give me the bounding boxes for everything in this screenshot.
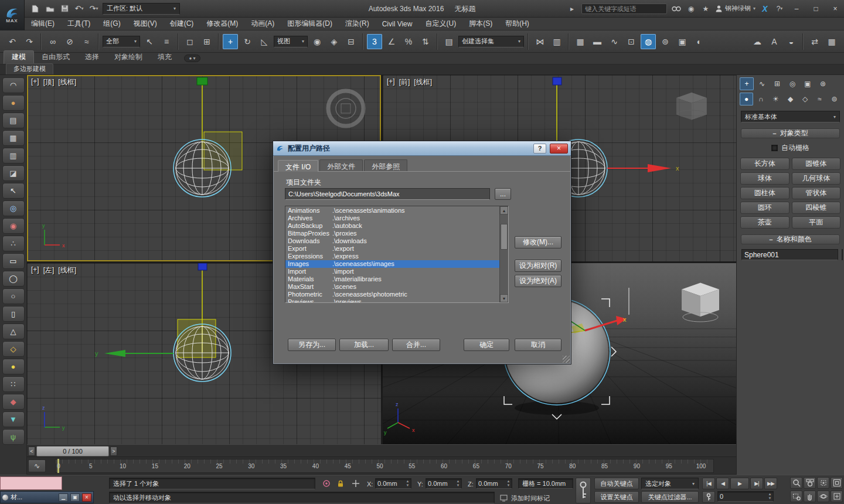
sheet-tool-icon[interactable]: ▤ [2,113,25,128]
path-entry-row[interactable]: Images.\sceneassets\images [285,260,499,268]
redo-icon[interactable]: ↷ [22,34,37,49]
maximize-window-button[interactable]: □ [808,3,823,15]
scroll-thumb[interactable] [501,224,508,250]
cursor-tool-icon[interactable]: ↖ [2,183,25,199]
dialog-resize-grip[interactable] [563,356,570,363]
select-object-icon[interactable]: ↖ [142,34,157,49]
spheres-tool-icon[interactable]: ◆ [2,394,25,410]
ribbon-tab-modeling[interactable]: 建模 [4,50,34,64]
scroll-up-button[interactable]: ▲ [500,206,508,214]
select-and-rotate-icon[interactable]: ↻ [240,34,255,49]
material-editor-icon[interactable]: ◍ [641,34,656,49]
ribbon-tab-object-paint[interactable]: 对象绘制 [107,51,150,64]
viewport-menu-button[interactable]: [+] [387,77,395,87]
gizmo-y-arrow[interactable]: y [95,350,173,357]
pan-icon[interactable] [804,491,816,502]
key-filters-button[interactable]: 关键点过滤器... [641,491,699,503]
list-scrollbar[interactable]: ▲ ▼ [499,206,508,302]
minimized-minimize-button[interactable]: ▁ [59,493,68,502]
scene-converter-icon[interactable]: ⇄ [807,34,822,49]
menu-modifiers[interactable]: 修改器(M) [200,18,244,30]
render-production-icon[interactable]: ◐ [692,34,707,49]
pivot-tool-icon[interactable]: ◉ [2,218,25,234]
material-editor-minimized[interactable]: 材... ▁ ▣ × [0,491,94,503]
edit-named-selection-sets-icon[interactable]: ▤ [441,34,457,49]
dots-tool-icon[interactable]: ∷ [2,376,25,392]
ribbon-tab-freeform[interactable]: 自由形式 [34,51,77,64]
circle-tool-icon[interactable]: ○ [2,288,25,304]
viewport-menu-button[interactable]: [+] [31,265,39,275]
dialog-close-button[interactable]: × [550,144,568,154]
unlink-selection-icon[interactable]: ⊘ [62,34,77,49]
gizmo-x-arrow[interactable]: x [607,164,679,172]
path-entry-row[interactable]: Photometric.\sceneassets\photometric [285,291,499,298]
set-keys-button[interactable] [576,478,591,503]
sphere-yellow-icon[interactable]: ● [2,359,25,374]
menu-civil-view[interactable]: Civil View [376,18,419,30]
named-selection-sets-dropdown[interactable]: 创建选择集▾ [458,36,524,47]
object-type-rollout[interactable]: − 对象类型 [741,128,840,138]
next-frame-button[interactable]: ▶| [750,478,763,489]
play-animation-button[interactable]: ▶ [730,478,749,489]
systems-category[interactable]: ⊚ [828,93,841,105]
browse-project-folder-button[interactable]: ... [495,188,511,200]
align-icon[interactable]: ▥ [549,34,564,49]
use-pivot-center-icon[interactable]: ◉ [309,34,325,49]
percent-snap-icon[interactable]: % [401,34,416,49]
path-entry-row[interactable]: Export.\export [285,245,499,253]
new-scene-icon[interactable] [29,2,41,15]
rotate-gizmo[interactable] [328,91,363,126]
selection-filter-dropdown[interactable]: 全部▾ [103,36,140,47]
z-spinner[interactable]: ▲▼ [505,479,512,488]
helpers-category[interactable]: ◇ [798,93,812,105]
z-coordinate-field[interactable]: ▲▼ [476,478,512,489]
object-type-button-2[interactable]: 球体 [740,172,789,185]
open-mini-curve-editor-icon[interactable]: ∿ [28,459,46,472]
schematic-view-icon[interactable]: ⊡ [624,34,639,49]
select-and-move-icon[interactable]: + [223,34,238,49]
graphite-ribbon-toggle-icon[interactable]: ▬ [590,34,605,49]
spin-up-icon[interactable]: ▲ [455,479,461,483]
viewport-menu-button[interactable]: [+] [31,77,39,87]
undo-icon[interactable]: ↶ [5,34,20,49]
motion-tab[interactable]: ◎ [785,77,799,90]
paint-brush-icon[interactable]: ◠ [2,77,25,93]
path-entry-row[interactable]: AutoBackup.\autoback [285,222,499,230]
object-type-button-8[interactable]: 茶壶 [740,216,789,229]
collapse-arrow-icon[interactable]: ▸ [567,4,577,14]
key-mode-toggle-button[interactable] [702,491,715,503]
view-cube-faint[interactable] [676,93,707,120]
select-and-manipulate-icon[interactable]: ◈ [326,34,342,49]
reference-coordinate-dropdown[interactable]: 视图▾ [274,36,308,47]
key-selection-dropdown[interactable]: 选定对象 ▾ [641,478,699,489]
project-folder-path-field[interactable] [285,188,490,200]
undo-button[interactable]: ↶▾ [73,2,85,15]
dialog-cancel-button[interactable]: 取消 [515,339,561,351]
zoom-extents-icon[interactable] [817,477,829,489]
angle-snap-icon[interactable]: ∠ [384,34,399,49]
dialog-help-button[interactable]: ? [533,144,546,154]
spin-up-icon[interactable]: ▲ [767,492,773,496]
capsule-tool-icon[interactable]: ◯ [2,271,25,287]
dialog-tab-1[interactable]: 外部文件 [319,159,363,171]
zoom-region-icon[interactable] [790,491,802,502]
track-bar[interactable]: ∿ 05101520253035404550556065707580859095… [27,457,736,475]
menu-animation[interactable]: 动画(A) [244,18,281,30]
dialog-tab-0[interactable]: 文件 I/O [278,160,318,172]
viewport-shading-button[interactable]: [线框] [58,265,76,275]
bind-to-space-warp-icon[interactable]: ≈ [79,34,94,49]
gizmo-z-handle[interactable] [553,77,561,85]
menu-graph-editors[interactable]: 图形编辑器(D) [281,18,339,30]
rectangle-tool-icon[interactable]: ▭ [2,253,25,269]
snaps-toggle-icon[interactable]: 3 [367,34,382,49]
render-gallery-icon[interactable]: ◒ [784,34,799,49]
time-slider-handle[interactable]: 0 / 100 [36,446,109,457]
maximize-viewport-toggle-icon[interactable] [831,491,843,502]
x-spinner[interactable]: ▲▼ [404,479,411,488]
shapes-category[interactable]: ∩ [754,93,768,105]
search-input[interactable] [581,4,667,14]
dialog-merge-button[interactable]: 合并... [392,339,440,351]
ribbon-state-toggle-icon[interactable]: ●▾ [184,55,200,62]
path-entry-row[interactable]: Import.\import [285,268,499,275]
sign-in-user[interactable]: 钢神绿钢 ▾ [715,4,755,13]
